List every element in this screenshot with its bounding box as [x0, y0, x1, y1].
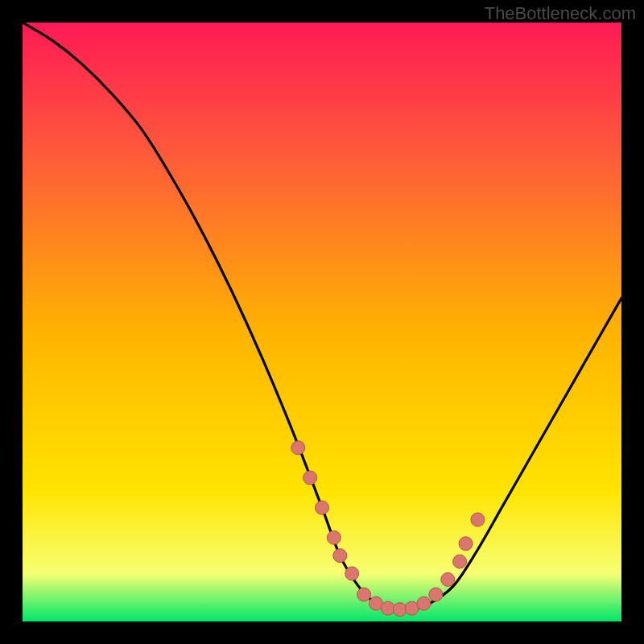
data-marker: [459, 537, 473, 551]
plot-frame: [23, 23, 621, 621]
data-marker: [345, 567, 359, 580]
data-marker: [316, 501, 329, 514]
data-marker: [441, 572, 455, 586]
data-marker: [327, 530, 341, 544]
watermark-text: TheBottleneck.com: [485, 3, 636, 24]
data-marker: [453, 555, 467, 568]
data-marker: [393, 603, 407, 617]
gradient-background: [23, 23, 621, 621]
data-marker: [417, 597, 431, 610]
bottleneck-chart: [23, 23, 621, 621]
plot-area: [23, 23, 621, 621]
data-marker: [381, 601, 394, 615]
data-marker: [333, 549, 347, 563]
data-marker: [429, 588, 443, 601]
data-marker: [303, 471, 317, 485]
data-marker: [357, 588, 371, 601]
data-marker: [471, 513, 485, 526]
data-marker: [291, 441, 305, 455]
